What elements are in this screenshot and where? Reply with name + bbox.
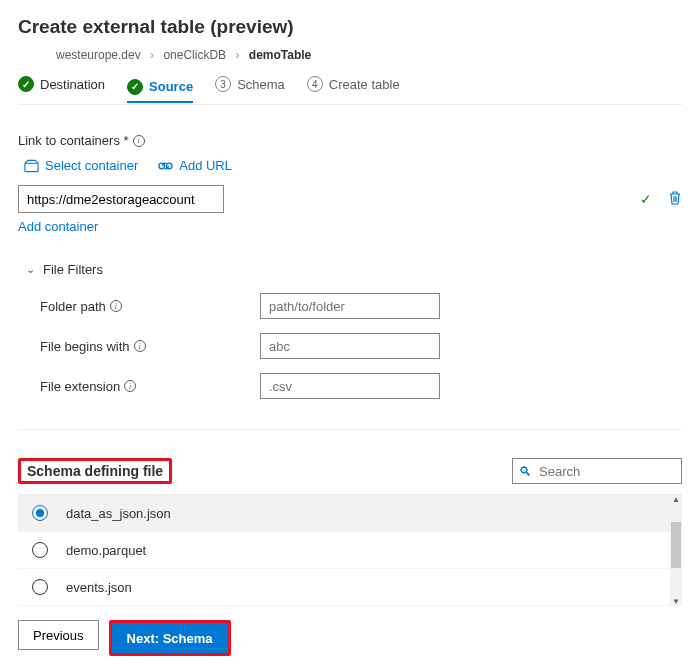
info-icon[interactable]: i: [134, 340, 146, 352]
file-extension-label: File extension: [40, 379, 120, 394]
scroll-down-icon[interactable]: ▼: [672, 597, 680, 606]
schema-file-name: events.json: [66, 580, 132, 595]
select-container-link[interactable]: Select container: [24, 158, 138, 173]
file-filters-toggle[interactable]: ⌄ File Filters: [26, 262, 682, 277]
step-schema[interactable]: 3 Schema: [215, 76, 285, 98]
schema-file-row[interactable]: data_as_json.json: [18, 495, 682, 532]
radio-unselected-icon[interactable]: [32, 542, 48, 558]
info-icon[interactable]: i: [110, 300, 122, 312]
schema-file-row[interactable]: events.json: [18, 569, 682, 606]
check-icon: [131, 81, 139, 92]
schema-file-name: demo.parquet: [66, 543, 146, 558]
scrollbar[interactable]: ▲ ▼: [670, 495, 682, 606]
file-extension-input[interactable]: [260, 373, 440, 399]
step-source[interactable]: Source: [127, 79, 193, 103]
breadcrumb-current: demoTable: [249, 48, 311, 62]
svg-rect-0: [25, 163, 38, 171]
folder-path-input[interactable]: [260, 293, 440, 319]
schema-file-name: data_as_json.json: [66, 506, 171, 521]
schema-defining-file-heading: Schema defining file: [18, 458, 172, 484]
add-container-link[interactable]: Add container: [18, 219, 98, 234]
breadcrumb-db[interactable]: oneClickDB: [163, 48, 226, 62]
container-url-input[interactable]: [18, 185, 224, 213]
next-schema-button[interactable]: Next: Schema: [112, 623, 228, 653]
container-icon: [24, 159, 39, 173]
scroll-up-icon[interactable]: ▲: [672, 495, 680, 504]
info-icon[interactable]: i: [124, 380, 136, 392]
folder-path-label: Folder path: [40, 299, 106, 314]
wizard-steps: Destination Source 3 Schema 4 Create tab…: [18, 76, 682, 105]
schema-file-row[interactable]: demo.parquet: [18, 532, 682, 569]
step-create-table[interactable]: 4 Create table: [307, 76, 400, 98]
chevron-down-icon: ⌄: [26, 263, 35, 276]
section-divider: [18, 429, 682, 430]
breadcrumb: westeurope.dev › oneClickDB › demoTable: [56, 48, 682, 62]
schema-search-input[interactable]: [512, 458, 682, 484]
file-begins-input[interactable]: [260, 333, 440, 359]
svg-point-2: [167, 163, 173, 169]
scroll-thumb[interactable]: [671, 522, 681, 568]
schema-file-list: data_as_json.json demo.parquet events.js…: [18, 494, 682, 606]
svg-point-1: [159, 163, 165, 169]
breadcrumb-root[interactable]: westeurope.dev: [56, 48, 141, 62]
previous-button[interactable]: Previous: [18, 620, 99, 650]
info-icon[interactable]: i: [133, 135, 145, 147]
radio-selected-icon[interactable]: [32, 505, 48, 521]
valid-check-icon: ✓: [640, 191, 652, 207]
add-url-link[interactable]: Add URL: [158, 158, 232, 173]
link-icon: [158, 159, 173, 173]
search-icon: 🔍︎: [519, 464, 532, 479]
check-icon: [22, 79, 30, 90]
delete-container-button[interactable]: [668, 190, 682, 209]
radio-unselected-icon[interactable]: [32, 579, 48, 595]
containers-label: Link to containers * i: [18, 133, 682, 148]
page-title: Create external table (preview): [18, 16, 682, 38]
file-begins-label: File begins with: [40, 339, 130, 354]
step-destination[interactable]: Destination: [18, 76, 105, 98]
